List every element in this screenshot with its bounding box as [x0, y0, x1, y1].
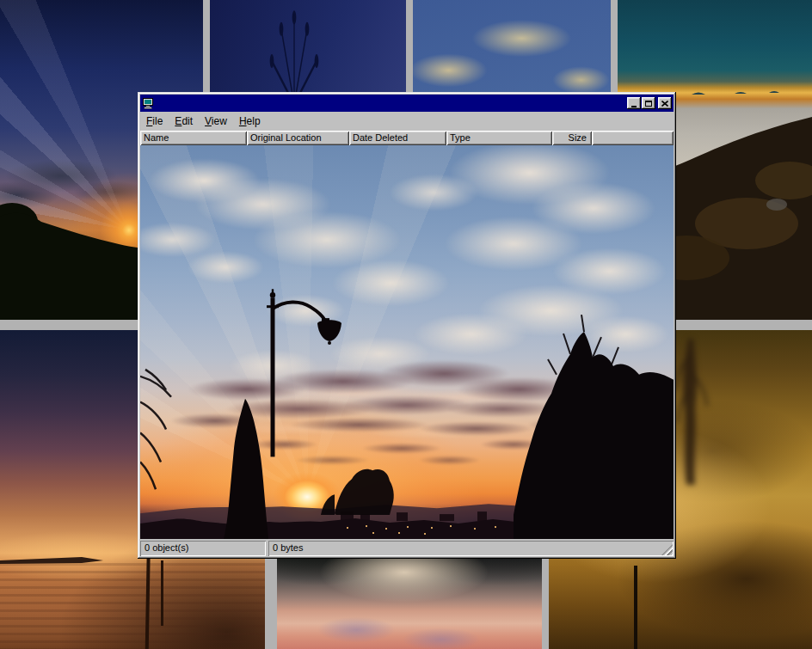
status-size-text: 0 bytes [273, 542, 303, 553]
menu-file-label: ile [152, 115, 163, 127]
streetlamp-silhouette [267, 289, 341, 456]
title-bar[interactable] [140, 95, 674, 112]
column-header-name[interactable]: Name [140, 131, 247, 145]
menu-bar: File Edit View Help [140, 113, 674, 131]
menu-item-file[interactable]: File [140, 113, 169, 130]
desktop[interactable]: File Edit View Help Name Original Locati… [0, 0, 812, 649]
status-bar: 0 object(s) 0 bytes [140, 541, 674, 556]
resize-grip[interactable] [661, 544, 673, 555]
silhouettes [140, 145, 674, 539]
menu-item-help[interactable]: Help [233, 113, 267, 130]
column-header-row: Name Original Location Date Deleted Type… [140, 131, 674, 145]
menu-item-edit[interactable]: Edit [169, 113, 199, 130]
close-icon [661, 101, 668, 107]
menu-help-accesskey: H [239, 115, 247, 127]
maximize-icon [645, 101, 652, 107]
cypress-silhouette [224, 399, 268, 539]
status-object-count: 0 object(s) [140, 541, 266, 556]
maximize-button[interactable] [642, 97, 655, 109]
close-button[interactable] [658, 97, 672, 109]
column-header-date-deleted[interactable]: Date Deleted [349, 131, 446, 145]
recycle-bin-window: File Edit View Help Name Original Locati… [138, 92, 676, 559]
minimize-icon [631, 106, 637, 107]
computer-icon [142, 97, 156, 109]
menu-help-label: elp [247, 115, 261, 127]
menu-view-label: iew [212, 115, 227, 127]
list-view-sunset-photo[interactable] [140, 145, 674, 539]
left-branches-silhouette [140, 370, 171, 489]
status-size: 0 bytes [268, 541, 674, 556]
column-header-type[interactable]: Type [446, 131, 552, 145]
minimize-button[interactable] [627, 97, 641, 109]
column-header-size[interactable]: Size [552, 131, 592, 145]
menu-item-view[interactable]: View [199, 113, 233, 130]
bush-silhouette [335, 469, 394, 515]
menu-view-accesskey: V [205, 115, 212, 127]
column-header-original-location[interactable]: Original Location [247, 131, 349, 145]
bush-silhouette [321, 494, 335, 515]
column-header-filler[interactable] [592, 131, 674, 145]
menu-edit-label: dit [181, 115, 193, 127]
right-trees-silhouette [514, 315, 674, 539]
